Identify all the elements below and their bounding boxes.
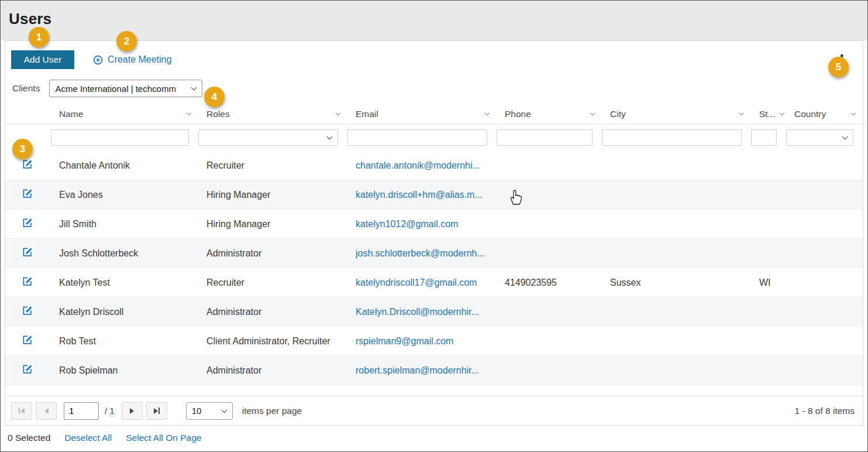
column-header-country[interactable]: Country <box>786 109 863 119</box>
edit-pencil-icon <box>22 334 33 346</box>
items-per-page-label: items per page <box>242 406 302 416</box>
user-email-link[interactable]: katelyn1012@gmail.com <box>347 219 497 230</box>
clients-select[interactable]: Acme International | techcomm <box>49 80 202 97</box>
edit-pencil-icon <box>22 364 33 375</box>
chevron-down-icon[interactable] <box>590 111 595 115</box>
edit-user-button[interactable] <box>22 334 33 346</box>
edit-cell <box>5 246 51 261</box>
add-user-button[interactable]: Add User <box>11 50 74 69</box>
first-page-icon <box>19 408 20 414</box>
clients-selected-value: Acme International | techcomm <box>55 84 175 94</box>
page-number-input[interactable] <box>64 402 99 420</box>
selected-count: 0 Selected <box>8 433 50 443</box>
chevron-down-icon[interactable] <box>851 111 856 115</box>
user-email-link[interactable]: Katelyn.Driscoll@modernhir... <box>347 307 497 317</box>
filter-row <box>5 124 863 151</box>
edit-user-button[interactable] <box>22 217 33 229</box>
user-name-cell: Josh Schlotterbeck <box>51 248 198 259</box>
country-filter-select[interactable] <box>786 129 853 146</box>
user-email-link[interactable]: katelyndriscoll17@gmail.com <box>347 278 497 288</box>
page-size-value: 10 <box>192 406 202 416</box>
column-label-city: City <box>610 109 626 119</box>
user-name-cell: Katelyn Test <box>51 278 198 288</box>
user-roles-cell: Administrator <box>198 307 347 317</box>
clients-label: Clients <box>12 83 40 94</box>
edit-user-button[interactable] <box>22 305 33 317</box>
deselect-all-link[interactable]: Deselect All <box>64 433 112 443</box>
create-meeting-button[interactable]: Create Meeting <box>93 54 171 65</box>
user-email-link[interactable]: rspielman9@gmail.com <box>347 336 497 347</box>
chevron-down-icon <box>327 134 333 140</box>
edit-user-button[interactable] <box>22 364 33 375</box>
user-email-link[interactable]: robert.spielman@modernhir... <box>347 365 497 376</box>
column-label-phone: Phone <box>505 109 531 119</box>
chevron-down-icon[interactable] <box>187 111 191 115</box>
roles-filter-select[interactable] <box>198 129 338 146</box>
table-row[interactable]: Rob Spielman Administrator robert.spielm… <box>5 356 863 385</box>
edit-pencil-icon <box>22 276 33 287</box>
page-size-select[interactable]: 10 <box>186 402 233 420</box>
next-page-button[interactable] <box>122 402 143 420</box>
column-label-roles: Roles <box>206 109 230 119</box>
chevron-down-icon[interactable] <box>779 111 784 115</box>
edit-user-button[interactable] <box>22 276 33 287</box>
edit-user-button[interactable] <box>22 188 33 200</box>
first-page-button[interactable] <box>11 402 32 420</box>
user-email-link[interactable]: josh.schlotterbeck@modernh... <box>347 248 497 259</box>
edit-pencil-icon <box>22 305 33 317</box>
user-city-cell: Sussex <box>602 278 751 288</box>
column-header-roles[interactable]: Roles <box>198 109 347 119</box>
selection-footer: 0 Selected Deselect All Select All On Pa… <box>1 426 867 443</box>
next-page-icon <box>130 408 134 414</box>
table-row[interactable]: Chantale Antonik Recruiter chantale.anto… <box>5 151 863 180</box>
edit-cell <box>5 159 51 173</box>
user-email-link[interactable]: chantale.antonik@modernhi... <box>347 160 497 171</box>
edit-cell <box>5 276 51 290</box>
column-header-name[interactable]: Name <box>51 109 198 119</box>
column-header-state[interactable]: St... <box>751 109 786 119</box>
step-callout-1: 1 <box>29 27 49 47</box>
edit-cell <box>5 305 51 319</box>
edit-cell <box>5 188 51 202</box>
table-row[interactable]: Jill Smith Hiring Manager katelyn1012@gm… <box>5 210 863 239</box>
page-count-label: / 1 <box>105 406 115 416</box>
name-filter-input[interactable] <box>51 129 189 146</box>
edit-cell <box>5 217 51 231</box>
last-page-button[interactable] <box>146 402 167 420</box>
select-all-on-page-link[interactable]: Select All On Page <box>126 433 201 443</box>
user-roles-cell: Recruiter <box>198 160 347 171</box>
user-state-cell: WI <box>751 278 786 288</box>
user-roles-cell: Recruiter <box>198 278 347 288</box>
table-row[interactable]: Josh Schlotterbeck Administrator josh.sc… <box>5 239 863 268</box>
previous-page-button[interactable] <box>36 402 57 420</box>
edit-cell <box>5 334 51 348</box>
table-row[interactable]: Katelyn Test Recruiter katelyndriscoll17… <box>5 268 863 297</box>
edit-pencil-icon <box>22 217 33 229</box>
email-filter-input[interactable] <box>347 129 487 146</box>
city-filter-input[interactable] <box>602 129 742 146</box>
create-meeting-icon <box>93 55 103 65</box>
edit-pencil-icon <box>22 188 33 200</box>
column-label-country: Country <box>794 109 826 119</box>
chevron-down-icon[interactable] <box>336 111 340 115</box>
edit-user-button[interactable] <box>22 159 33 170</box>
table-row[interactable]: Katelyn Driscoll Administrator Katelyn.D… <box>5 297 863 327</box>
step-callout-3: 3 <box>12 139 33 159</box>
phone-filter-input[interactable] <box>497 129 593 146</box>
column-header-email[interactable]: Email <box>347 109 497 119</box>
chevron-down-icon <box>221 407 227 413</box>
column-header-city[interactable]: City <box>602 109 751 119</box>
edit-user-button[interactable] <box>22 246 33 258</box>
user-email-link[interactable]: katelyn.driscoll+hm@alias.m... <box>347 190 497 200</box>
column-label-email: Email <box>356 109 378 119</box>
table-row[interactable]: Rob Test Client Administrator, Recruiter… <box>5 327 863 356</box>
chevron-down-icon[interactable] <box>739 111 744 115</box>
table-row[interactable]: Eva Jones Hiring Manager katelyn.driscol… <box>5 180 863 210</box>
column-header-phone[interactable]: Phone <box>497 109 602 119</box>
state-filter-input[interactable] <box>751 129 777 146</box>
user-name-cell: Katelyn Driscoll <box>51 307 198 317</box>
page-title: Users <box>9 10 867 28</box>
step-callout-4: 4 <box>204 87 225 107</box>
create-meeting-label: Create Meeting <box>108 54 171 65</box>
chevron-down-icon[interactable] <box>485 111 490 115</box>
